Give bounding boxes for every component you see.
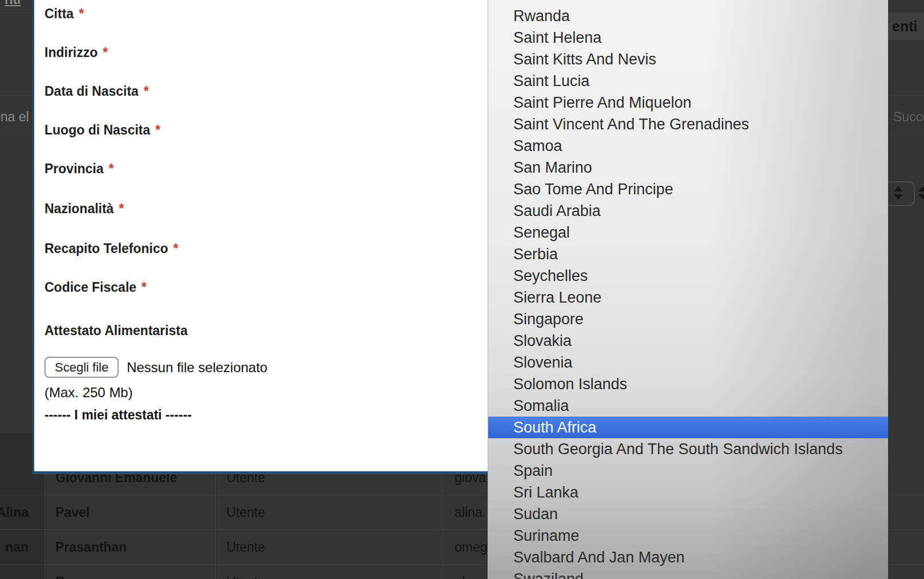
form-field-label: Indirizzo* [44,43,108,62]
required-asterisk: * [119,201,124,216]
cell-role: Utente [226,530,265,564]
country-option[interactable]: Saint Lucia [488,70,888,92]
country-option[interactable]: South Africa [488,417,888,438]
max-size-note: (Max. 250 Mb) [44,383,133,402]
table-column-border [44,460,45,579]
profile-form-modal: Citta* Indirizzo* Data di Nascita* Luogo… [33,0,488,474]
field-label-text: Codice Fiscale [44,280,136,295]
country-option-list: Russian Federation Rwanda Saint Helena S… [488,0,888,579]
cell-email: alina. [455,495,486,529]
field-label-text: Attestato Alimentarista [44,323,188,338]
cell-surname: Alina [0,495,29,529]
country-option[interactable]: Solomon Islands [488,373,888,395]
table-column-border [215,460,216,579]
country-option[interactable]: Rwanda [488,5,888,27]
country-option[interactable]: Spain [488,460,888,482]
field-label-text: Indirizzo [44,45,98,60]
country-option[interactable]: Swaziland [488,568,888,579]
required-asterisk: * [109,161,114,176]
cell-email: omeg [455,530,488,564]
country-option[interactable]: Samoa [488,135,888,157]
form-field-label: Attestato Alimentarista [44,321,188,340]
field-label-text: Citta [44,6,74,21]
cell-email: alyru [455,565,483,579]
form-field-label: Nazionalità* [44,199,124,218]
country-option[interactable]: Slovakia [488,330,888,352]
country-option[interactable]: Sao Tome And Principe [488,178,888,200]
required-asterisk: * [79,6,84,21]
form-field-label: Recapito Telefonico* [44,239,179,258]
country-option[interactable]: Suriname [488,525,888,547]
stepper-up-icon [918,186,924,191]
cell-surname: nan [5,530,29,564]
country-option[interactable]: Sri Lanka [488,482,888,503]
stepper-down-icon [894,194,903,199]
country-option[interactable]: Seychelles [488,265,888,287]
choose-file-button[interactable]: Scegli file [44,357,119,378]
field-label-text: Recapito Telefonico [44,241,168,256]
next-button-fragment: Succe [893,109,924,125]
form-field-label: Citta* [44,4,84,23]
file-status-text: Nessun file selezionato [127,360,268,376]
select-stepper [885,181,915,206]
page: riti enti ona el Succe Giovanni Emanuele… [0,0,924,579]
country-option[interactable]: Saint Pierre And Miquelon [488,92,888,113]
required-asterisk: * [103,45,108,60]
background-link-fragment: riti [5,0,21,7]
cell-role: Utente [226,565,265,579]
country-option[interactable]: Serbia [488,243,888,265]
field-label-text: Nazionalità [44,201,114,216]
country-option[interactable]: Singapore [488,308,888,330]
country-option[interactable]: Saint Helena [488,27,888,48]
required-asterisk: * [155,123,160,137]
attestati-section-header: ------ I miei attestati ------ [44,405,192,425]
country-option[interactable]: Svalbard And Jan Mayen [488,547,888,568]
country-option[interactable]: Saint Kitts And Nevis [488,48,888,70]
required-asterisk: * [144,84,149,99]
required-asterisk: * [141,280,147,295]
cell-role: Utente [226,495,265,529]
stepper-down-icon [918,194,924,199]
country-option[interactable]: Sudan [488,503,888,525]
table-column-border [442,460,443,579]
country-option[interactable]: Somalia [488,395,888,417]
field-label-text: Luogo di Nascita [44,123,150,137]
cell-name: Rus [55,565,80,579]
country-option[interactable]: Sierra Leone [488,287,888,308]
file-input-row: Scegli file Nessun file selezionato [44,357,268,378]
field-label-text: Data di Nascita [44,84,139,99]
country-option[interactable]: Senegal [488,222,888,243]
form-field-label: Luogo di Nascita* [44,120,160,140]
country-option[interactable]: South Georgia And The South Sandwich Isl… [488,438,888,460]
column-header-fragment: enti [892,13,917,40]
country-option[interactable]: Saudi Arabia [488,200,888,222]
required-asterisk: * [173,241,179,256]
country-dropdown-panel: Russian Federation Rwanda Saint Helena S… [488,0,888,579]
background-text-fragment: ona el [0,109,29,125]
cell-name: Prasanthan [55,530,127,564]
form-field-label: Provincia* [44,159,114,178]
form-field-label: Data di Nascita* [44,81,149,101]
country-option[interactable]: Slovenia [488,352,888,373]
country-option[interactable]: Russian Federation [488,0,888,5]
stepper-up-icon [894,186,903,191]
form-field-label: Codice Fiscale* [44,278,147,297]
field-label-text: Provincia [44,161,104,176]
cell-name: Pavel [55,495,90,529]
country-option[interactable]: San Marino [488,157,888,178]
country-option[interactable]: Saint Vincent And The Grenadines [488,113,888,135]
